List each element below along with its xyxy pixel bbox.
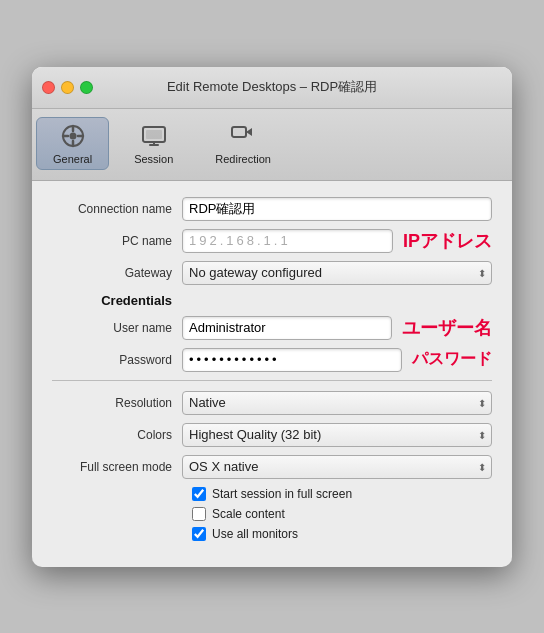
pc-name-input[interactable] — [182, 229, 393, 253]
maximize-button[interactable] — [80, 81, 93, 94]
credentials-label: Credentials — [52, 293, 182, 308]
fullscreen-row: Full screen mode OS X native Full-screen… — [52, 455, 492, 479]
toolbar: General Session Redirection — [32, 109, 512, 181]
colors-select-wrap: Highest Quality (32 bit) High Quality (1… — [182, 423, 492, 447]
tab-redirection-label: Redirection — [215, 153, 271, 165]
resolution-select[interactable]: Native 1024x768 1280x800 1920x1080 — [182, 391, 492, 415]
colors-row: Colors Highest Quality (32 bit) High Qua… — [52, 423, 492, 447]
resolution-label: Resolution — [52, 396, 182, 410]
checkbox-monitors-row: Use all monitors — [52, 527, 492, 541]
credentials-section: Credentials — [52, 293, 492, 308]
checkbox-scale[interactable] — [192, 507, 206, 521]
colors-label: Colors — [52, 428, 182, 442]
fullscreen-label: Full screen mode — [52, 460, 182, 474]
main-window: Edit Remote Desktops – RDP確認用 General — [32, 67, 512, 567]
svg-rect-9 — [146, 130, 162, 139]
tab-general-label: General — [53, 153, 92, 165]
gateway-label: Gateway — [52, 266, 182, 280]
titlebar: Edit Remote Desktops – RDP確認用 — [32, 67, 512, 109]
password-annotation: パスワード — [412, 349, 492, 370]
close-button[interactable] — [42, 81, 55, 94]
checkbox-monitors[interactable] — [192, 527, 206, 541]
tab-general[interactable]: General — [36, 117, 109, 170]
resolution-row: Resolution Native 1024x768 1280x800 1920… — [52, 391, 492, 415]
pc-name-annotation: IPアドレス — [403, 229, 492, 253]
gateway-select-wrap: No gateway configured Add Gateway... Man… — [182, 261, 492, 285]
password-row: Password パスワード — [52, 348, 492, 372]
tab-session[interactable]: Session — [117, 117, 190, 170]
gateway-select[interactable]: No gateway configured Add Gateway... Man… — [182, 261, 492, 285]
connection-name-label: Connection name — [52, 202, 182, 216]
minimize-button[interactable] — [61, 81, 74, 94]
password-input[interactable] — [182, 348, 402, 372]
window-title: Edit Remote Desktops – RDP確認用 — [167, 78, 377, 96]
checkbox-fullscreen[interactable] — [192, 487, 206, 501]
tab-session-label: Session — [134, 153, 173, 165]
pc-name-label: PC name — [52, 234, 182, 248]
separator — [52, 380, 492, 381]
username-input[interactable] — [182, 316, 392, 340]
checkbox-monitors-label: Use all monitors — [212, 527, 298, 541]
username-label: User name — [52, 321, 182, 335]
traffic-lights — [42, 81, 93, 94]
gateway-row: Gateway No gateway configured Add Gatewa… — [52, 261, 492, 285]
form-content: Connection name PC name IPアドレス Gateway N… — [32, 181, 512, 567]
pc-name-row: PC name IPアドレス — [52, 229, 492, 253]
checkbox-fullscreen-label: Start session in full screen — [212, 487, 352, 501]
colors-select[interactable]: Highest Quality (32 bit) High Quality (1… — [182, 423, 492, 447]
checkbox-fullscreen-row: Start session in full screen — [52, 487, 492, 501]
password-label: Password — [52, 353, 182, 367]
username-row: User name ユーザー名 — [52, 316, 492, 340]
svg-point-5 — [69, 132, 76, 139]
fullscreen-select[interactable]: OS X native Full-screen Windowed — [182, 455, 492, 479]
connection-name-row: Connection name — [52, 197, 492, 221]
checkbox-scale-row: Scale content — [52, 507, 492, 521]
resolution-select-wrap: Native 1024x768 1280x800 1920x1080 ⬍ — [182, 391, 492, 415]
svg-rect-10 — [232, 127, 246, 137]
session-icon — [140, 122, 168, 150]
checkbox-scale-label: Scale content — [212, 507, 285, 521]
username-annotation: ユーザー名 — [402, 316, 492, 340]
tab-redirection[interactable]: Redirection — [198, 117, 288, 170]
redirection-icon — [229, 122, 257, 150]
general-icon — [59, 122, 87, 150]
fullscreen-select-wrap: OS X native Full-screen Windowed ⬍ — [182, 455, 492, 479]
connection-name-input[interactable] — [182, 197, 492, 221]
